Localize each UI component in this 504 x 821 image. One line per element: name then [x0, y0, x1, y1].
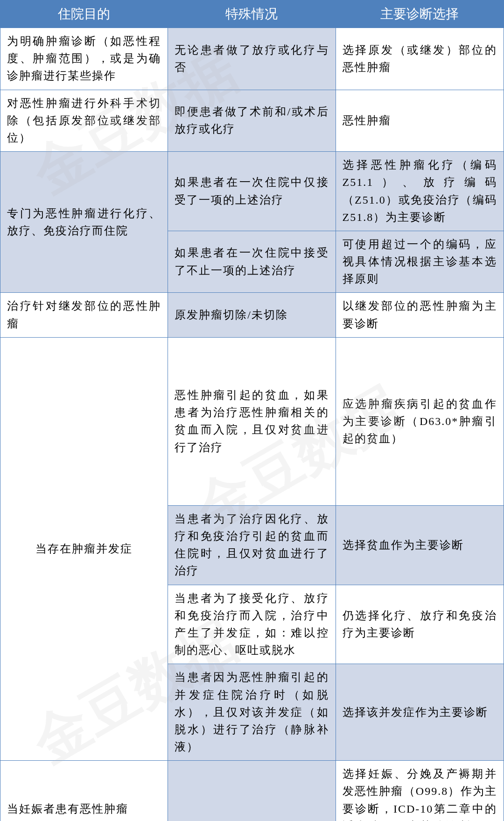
table-row: 专门为恶性肿瘤进行化疗、放疗、免疫治疗而住院 如果患者在一次住院中仅接受了一项的… — [0, 152, 504, 231]
header-special: 特殊情况 — [168, 0, 336, 28]
cell-special: 当患者为了接受化疗、放疗和免疫治疗而入院，治疗中产生了并发症，如：难以控制的恶心… — [168, 585, 336, 664]
cell-purpose: 为明确肿瘤诊断（如恶性程度、肿瘤范围），或是为确诊肿瘤进行某些操作 — [0, 28, 168, 90]
cell-diagnosis: 选择原发（或继发）部位的恶性肿瘤 — [336, 28, 504, 90]
table-row: 对恶性肿瘤进行外科手术切除（包括原发部位或继发部位） 即便患者做了术前和/或术后… — [0, 90, 504, 152]
cell-diagnosis: 选择贫血作为主要诊断 — [336, 505, 504, 585]
cell-diagnosis: 仍选择化疗、放疗和免疫治疗为主要诊断 — [336, 585, 504, 664]
table-header-row: 住院目的 特殊情况 主要诊断选择 — [0, 0, 504, 28]
cell-diagnosis: 选择妊娠、分娩及产褥期并发恶性肿瘤（O99.8）作为主要诊断，ICD-10第二章… — [336, 761, 504, 821]
cell-diagnosis: 恶性肿瘤 — [336, 90, 504, 152]
cell-purpose: 对恶性肿瘤进行外科手术切除（包括原发部位或继发部位） — [0, 90, 168, 152]
cell-diagnosis: 应选肿瘤疾病引起的贫血作为主要诊断（D63.0*肿瘤引起的贫血） — [336, 337, 504, 505]
cell-purpose: 当存在肿瘤并发症 — [0, 337, 168, 760]
cell-purpose: 专门为恶性肿瘤进行化疗、放疗、免疫治疗而住院 — [0, 152, 168, 293]
cell-diagnosis: 选择恶性肿瘤化疗（编码Z51.1）、放疗编码（Z51.0）或免疫治疗（编码Z51… — [336, 152, 504, 231]
cell-diagnosis: 选择该并发症作为主要诊断 — [336, 664, 504, 761]
cell-special: 无论患者做了放疗或化疗与否 — [168, 28, 336, 90]
cell-special: 如果患者在一次住院中仅接受了一项的上述治疗 — [168, 152, 336, 231]
diagnosis-table: 住院目的 特殊情况 主要诊断选择 为明确肿瘤诊断（如恶性程度、肿瘤范围），或是为… — [0, 0, 504, 821]
table-row: 治疗针对继发部位的恶性肿瘤 原发肿瘤切除/未切除 以继发部位的恶性肿瘤为主要诊断 — [0, 293, 504, 337]
cell-special — [168, 761, 336, 821]
header-purpose: 住院目的 — [0, 0, 168, 28]
cell-special: 当患者为了治疗因化疗、放疗和免疫治疗引起的贫血而住院时，且仅对贫血进行了治疗 — [168, 505, 336, 585]
cell-purpose: 当妊娠者患有恶性肿瘤 — [0, 761, 168, 821]
table-row: 当存在肿瘤并发症 恶性肿瘤引起的贫血，如果患者为治疗恶性肿瘤相关的贫血而入院，且… — [0, 337, 504, 505]
cell-diagnosis: 以继发部位的恶性肿瘤为主要诊断 — [336, 293, 504, 337]
cell-special: 原发肿瘤切除/未切除 — [168, 293, 336, 337]
cell-special: 即便患者做了术前和/或术后放疗或化疗 — [168, 90, 336, 152]
table-row: 当妊娠者患有恶性肿瘤 选择妊娠、分娩及产褥期并发恶性肿瘤（O99.8）作为主要诊… — [0, 761, 504, 821]
cell-special: 如果患者在一次住院中接受了不止一项的上述治疗 — [168, 231, 336, 293]
cell-diagnosis: 可使用超过一个的编码，应视具体情况根据主诊基本选择原则 — [336, 231, 504, 293]
table-row: 为明确肿瘤诊断（如恶性程度、肿瘤范围），或是为确诊肿瘤进行某些操作 无论患者做了… — [0, 28, 504, 90]
cell-special: 恶性肿瘤引起的贫血，如果患者为治疗恶性肿瘤相关的贫血而入院，且仅对贫血进行了治疗 — [168, 337, 336, 505]
cell-special: 当患者因为恶性肿瘤引起的并发症住院治疗时（如脱水），且仅对该并发症（如脱水）进行… — [168, 664, 336, 761]
header-diagnosis: 主要诊断选择 — [336, 0, 504, 28]
cell-purpose: 治疗针对继发部位的恶性肿瘤 — [0, 293, 168, 337]
